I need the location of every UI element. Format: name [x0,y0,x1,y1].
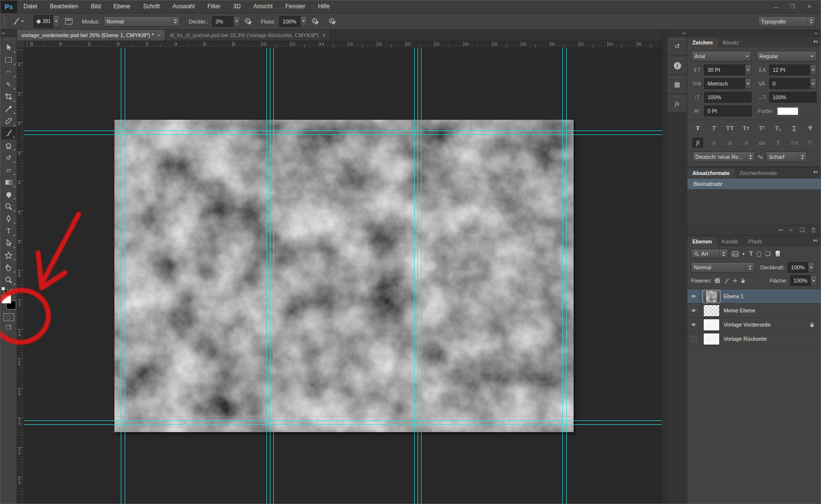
panel-menu-icon[interactable]: ▾≡ [813,238,818,243]
current-tool-button[interactable] [10,16,25,27]
horizontal-scale-field[interactable]: 100% [769,92,817,103]
menu-item-auswahl[interactable]: Auswahl [166,0,201,13]
guide-vertical[interactable] [421,48,422,504]
eyedropper-tool[interactable] [1,103,16,115]
toggle-brush-panel-button[interactable] [64,17,74,26]
new-style-icon[interactable]: ❏ [799,227,804,233]
tab-kanaele[interactable]: Kanäle [717,237,743,246]
opacity-control[interactable]: 3% [212,16,240,27]
kerning-field[interactable]: Metrisch [704,78,752,89]
glyphs-panel-button[interactable]: ▦ [667,75,687,93]
lasso-tool[interactable]: ◠ [1,66,16,78]
pasteboard[interactable] [24,48,662,504]
clone-stamp-tool[interactable] [1,139,16,152]
tab-absatzformate[interactable]: Absatzformate [688,169,734,178]
vertical-scale-field[interactable]: 100% [704,92,752,103]
menu-item-ebene[interactable]: Ebene [107,0,137,13]
layer-row[interactable]: Vorlage Rückseite [688,332,821,346]
layer-filter-select[interactable]: Art [691,249,728,259]
apply-style-icon[interactable]: ✓ [789,227,794,233]
quick-mask-button[interactable] [3,313,14,321]
workspace-select[interactable]: Typografie [758,16,816,27]
style-button-italic[interactable]: T [709,123,719,133]
guide-vertical[interactable] [566,48,567,504]
gradient-tool[interactable] [1,176,16,188]
layer-thumbnail[interactable] [703,333,720,345]
dodge-tool[interactable] [1,200,16,213]
blend-mode-select[interactable]: Normal [104,16,180,27]
close-tab-icon[interactable]: × [157,33,160,38]
document-tab-2[interactable]: dl_6s_zf_portrait.psd bei 33,3% (Vorlage… [165,30,330,41]
tab-absatz[interactable]: Absatz [718,38,744,47]
filter-adjustment-layers-icon[interactable]: ◐ [742,250,746,257]
rectangular-marquee-tool[interactable] [1,54,16,66]
screen-mode-button[interactable]: ❐ [6,324,11,331]
layer-row[interactable]: Vorlage Vorderseite [688,318,821,332]
layer-thumbnail[interactable] [703,305,720,317]
ruler-corner[interactable] [17,41,24,48]
style-button-strikethrough[interactable]: Ŧ [805,123,816,133]
menu-item-schrift[interactable]: Schrift [137,0,166,13]
guide-vertical[interactable] [270,48,270,504]
vertical-ruler[interactable]: 42024681012141618202224 [17,48,24,504]
pen-pressure-opacity-icon[interactable] [244,17,253,26]
filter-shape-layers-icon[interactable]: ▢ [756,250,762,257]
lock-transparency-icon[interactable] [714,278,720,284]
close-tab-icon[interactable]: × [323,33,326,38]
type-tool[interactable]: T [1,225,16,237]
trash-icon[interactable] [810,227,817,233]
document-canvas[interactable] [114,120,574,432]
spot-healing-brush-tool[interactable] [1,115,16,127]
opentype-button-fractions[interactable]: ½ [805,138,816,148]
tab-zeichenformate[interactable]: Zeichenformate [734,169,781,178]
style-button-underline[interactable]: T [789,123,799,133]
guide-vertical[interactable] [121,48,121,504]
styles-fx-panel-button[interactable]: fx [667,94,687,112]
pen-tool[interactable] [1,213,16,225]
path-selection-tool[interactable] [1,237,16,249]
filter-pixel-layers-icon[interactable] [732,250,739,258]
layer-visibility-toggle[interactable] [688,318,700,331]
brush-preset-picker[interactable]: 391 [34,15,60,28]
quick-selection-tool[interactable]: ✎ [1,78,16,90]
layer-row[interactable]: Ebene 1 [688,289,821,304]
opacity-value[interactable]: 3% [212,16,234,27]
panels-collapse-button[interactable]: ▸▸ [688,30,821,37]
language-select[interactable]: Deutsch: neue Re... [692,152,755,162]
brush-tool[interactable] [1,127,16,139]
document-tab-1[interactable]: vorlage_vorderseite.psd bei 25% (Ebene 1… [17,30,165,41]
guide-horizontal[interactable] [24,131,662,131]
history-brush-tool[interactable]: ↺ [1,152,16,164]
opentype-button-discretionary-ligatures[interactable]: st [725,138,735,148]
flow-dropdown-button[interactable] [301,16,307,27]
panel-menu-icon[interactable]: ▾≡ [813,170,818,175]
text-color-swatch[interactable] [777,107,799,115]
style-button-superscript[interactable]: T¹ [756,123,767,133]
tab-pfade[interactable]: Pfade [743,237,767,246]
swap-colors-icon[interactable]: ⇄ [9,287,13,293]
layer-opacity-control[interactable]: 100% [788,262,815,273]
filter-toggle-switch[interactable] [775,250,780,257]
tab-zeichen[interactable]: Zeichen [688,38,718,47]
menu-item-hilfe[interactable]: Hilfe [311,0,336,13]
guide-vertical[interactable] [125,48,125,504]
guide-vertical[interactable] [418,48,418,504]
default-colors-icon[interactable] [1,287,7,293]
layer-blend-mode-select[interactable]: Normal [691,262,754,273]
guide-vertical[interactable] [266,48,267,504]
opacity-dropdown-button[interactable] [234,16,240,27]
filter-smart-objects-icon[interactable]: ❏ [765,250,771,257]
update-style-icon[interactable]: ↩ [779,227,783,233]
menu-item-fenster[interactable]: Fenster [279,0,312,13]
layer-visibility-toggle[interactable] [688,332,700,346]
font-style-select[interactable]: Regular [756,51,817,62]
style-button-subscript[interactable]: T₁ [773,123,783,133]
layer-thumbnail[interactable] [703,319,720,331]
opentype-button-titling-alternates[interactable]: T [773,138,783,148]
eraser-tool[interactable]: ▱ [1,164,16,176]
restore-button[interactable]: ❐ [786,3,799,10]
style-button-allcaps[interactable]: TT [725,123,735,133]
move-tool[interactable] [1,42,16,54]
tracking-field[interactable]: 0 [769,78,817,89]
toolbar-collapse-button[interactable]: ▸▸ [0,30,17,37]
